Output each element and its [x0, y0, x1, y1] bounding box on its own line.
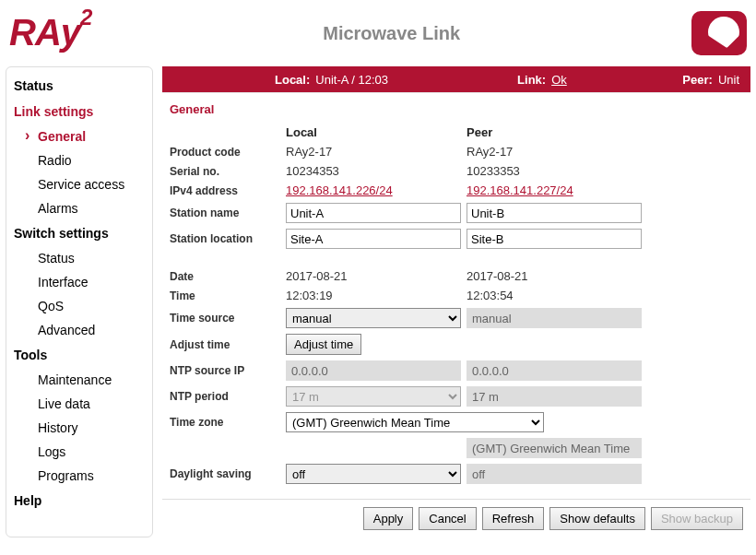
label-time: Time: [170, 289, 280, 302]
logo: RAy2: [9, 12, 91, 53]
select-time-source-local[interactable]: manual: [286, 308, 461, 328]
link-ipv4-peer[interactable]: 192.168.141.227/24: [467, 183, 642, 197]
input-station-location-peer[interactable]: [467, 229, 642, 249]
panel-title: General: [162, 93, 750, 122]
readonly-time-zone-peer: (GMT) Greenwich Mean Time: [467, 438, 642, 458]
label-time-zone: Time zone: [170, 416, 280, 429]
button-bar: Apply Cancel Refresh Show defaults Show …: [162, 499, 750, 537]
status-link-value[interactable]: Ok: [551, 73, 567, 87]
sidebar-item-advanced[interactable]: Advanced: [10, 318, 148, 342]
value-date-local: 2017-08-21: [286, 269, 461, 283]
select-ntp-period-local: 17 m: [286, 386, 461, 407]
logo-sup: 2: [80, 5, 91, 30]
label-ntp-ip: NTP source IP: [170, 364, 280, 377]
readonly-ntp-period-peer: 17 m: [467, 386, 642, 407]
input-station-location-local[interactable]: [286, 229, 461, 249]
value-date-peer: 2017-08-21: [467, 269, 642, 283]
sidebar-cat-help[interactable]: Help: [10, 488, 148, 514]
page-title: Microwave Link: [323, 23, 460, 44]
sidebar-item-logs[interactable]: Logs: [10, 440, 148, 464]
status-peer-value: Unit: [718, 73, 739, 87]
sidebar-item-switch-status[interactable]: Status: [10, 246, 148, 270]
label-ipv4: IPv4 address: [170, 184, 280, 197]
readonly-ntp-ip-peer: 0.0.0.0: [467, 360, 642, 381]
cancel-button[interactable]: Cancel: [419, 507, 476, 530]
sidebar-item-radio[interactable]: Radio: [10, 148, 148, 172]
value-time-peer: 12:03:54: [467, 289, 642, 302]
col-header-peer: Peer: [467, 125, 642, 139]
value-serial-no-local: 10234353: [286, 164, 461, 178]
select-time-zone-local[interactable]: (GMT) Greenwich Mean Time: [286, 412, 544, 432]
value-serial-no-peer: 10233353: [467, 164, 642, 178]
label-product-code: Product code: [170, 146, 280, 159]
sidebar-item-qos[interactable]: QoS: [10, 294, 148, 318]
label-station-location: Station location: [170, 232, 280, 245]
label-station-name: Station name: [170, 207, 280, 219]
sidebar-cat-tools[interactable]: Tools: [10, 342, 148, 368]
col-header-local: Local: [286, 125, 461, 139]
status-local-value: Unit-A / 12:03: [315, 73, 388, 87]
label-time-source: Time source: [170, 312, 280, 325]
label-adjust-time: Adjust time: [170, 338, 280, 351]
readonly-time-source-peer: manual: [467, 308, 642, 328]
input-station-name-local[interactable]: [286, 203, 461, 223]
label-serial-no: Serial no.: [170, 165, 280, 178]
sidebar-item-maintenance[interactable]: Maintenance: [10, 368, 148, 392]
apply-button[interactable]: Apply: [363, 507, 414, 530]
readonly-ntp-ip-local: 0.0.0.0: [286, 360, 461, 381]
label-ntp-period: NTP period: [170, 390, 280, 403]
readonly-dst-peer: off: [467, 464, 642, 484]
adjust-time-button[interactable]: Adjust time: [286, 334, 361, 355]
label-dst: Daylight saving: [170, 467, 280, 480]
sidebar-item-programs[interactable]: Programs: [10, 464, 148, 488]
sidebar-item-history[interactable]: History: [10, 416, 148, 440]
status-peer-label: Peer:: [682, 73, 713, 87]
sidebar-cat-switch-settings[interactable]: Switch settings: [10, 220, 148, 246]
logo-main: RAy: [9, 13, 80, 53]
sidebar-item-alarms[interactable]: Alarms: [10, 196, 148, 220]
sidebar-item-service-access[interactable]: Service access: [10, 172, 148, 196]
show-defaults-button[interactable]: Show defaults: [549, 507, 645, 530]
value-product-code-peer: RAy2-17: [467, 145, 642, 159]
input-station-name-peer[interactable]: [467, 203, 642, 223]
status-bar: Local:Unit-A / 12:03 Link:Ok Peer:Unit: [162, 66, 750, 92]
sidebar-item-general[interactable]: General: [10, 124, 148, 148]
sidebar-cat-link-settings[interactable]: Link settings: [10, 99, 148, 124]
sidebar-item-interface[interactable]: Interface: [10, 270, 148, 294]
select-dst-local[interactable]: off: [286, 464, 461, 484]
settings-form: Local Peer Product code RAy2-17 RAy2-17 …: [162, 122, 750, 499]
status-link-label: Link:: [517, 73, 546, 87]
status-local-label: Local:: [275, 73, 310, 87]
show-backup-button: Show backup: [651, 507, 743, 530]
value-product-code-local: RAy2-17: [286, 145, 461, 159]
value-time-local: 12:03:19: [286, 289, 461, 302]
sidebar-item-live-data[interactable]: Live data: [10, 392, 148, 416]
link-ipv4-local[interactable]: 192.168.141.226/24: [286, 183, 461, 197]
sidebar: Status Link settings General Radio Servi…: [6, 66, 153, 537]
label-date: Date: [170, 270, 280, 283]
sidebar-cat-status[interactable]: Status: [10, 73, 148, 99]
refresh-button[interactable]: Refresh: [482, 507, 545, 530]
brand-badge-icon: [691, 11, 747, 55]
